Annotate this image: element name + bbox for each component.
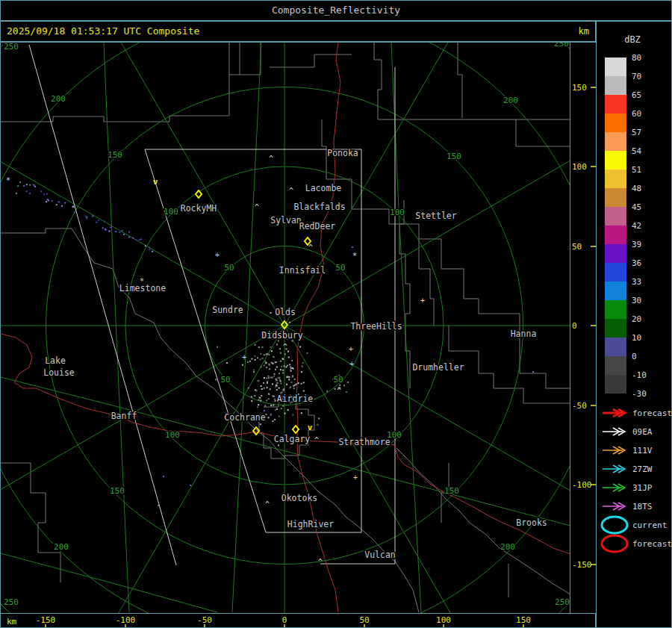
bottom-axis-label: 50	[359, 615, 369, 625]
radar-map-canvas[interactable]: 5010015020025050100150200250501001502002…	[1, 43, 570, 613]
ring-label-200: 200	[503, 96, 518, 105]
clutter-dot	[275, 409, 276, 411]
clutter-dot	[262, 346, 264, 348]
speckle-echo	[29, 193, 31, 194]
legend-panel: dBZ 807065605754514845423936333020100-10…	[596, 21, 672, 628]
clutter-dot	[287, 409, 289, 411]
ring-label-200: 200	[54, 542, 69, 552]
clutter-dot	[287, 365, 288, 367]
clutter-dot	[267, 387, 268, 388]
clutter-dot	[276, 361, 277, 363]
clutter-dot	[255, 389, 256, 391]
spoke-150deg	[1, 116, 284, 326]
colorbar-title: dBZ	[624, 34, 641, 45]
clutter-dot	[288, 376, 290, 378]
ellipse-icon	[602, 517, 627, 533]
speckle-echo	[56, 204, 57, 205]
clutter-dot	[289, 387, 290, 388]
bottom-axis-label: 0	[282, 615, 287, 625]
dbz-colorbar: 807065605754514845423936333020100-10-30	[605, 53, 647, 399]
speckle-echo	[119, 231, 120, 233]
right-axis-label: -100	[572, 480, 592, 490]
symbol-caret: ^	[283, 343, 287, 351]
diamond-marker	[196, 190, 202, 198]
colorbar-boundary-label: 39	[632, 240, 641, 249]
radar-map-area[interactable]: 5010015020025050100150200250501001502002…	[0, 42, 570, 614]
track-legend-row-forecast: forecast	[603, 408, 671, 418]
clutter-dot	[258, 346, 260, 348]
clutter-dot	[270, 405, 272, 406]
clutter-dot	[303, 391, 305, 392]
clutter-dot	[276, 367, 278, 368]
clutter-dot	[279, 416, 280, 417]
speckle-echo	[40, 190, 42, 192]
clutter-dot	[254, 395, 255, 397]
colorbar-band-42	[605, 226, 626, 244]
obs-symbols: ^^^^^^^^^^++++++***	[6, 155, 425, 566]
city-label-airdrie: Airdrie	[277, 394, 314, 404]
clutter-dot	[279, 348, 281, 349]
ring-label-50: 50	[333, 375, 343, 385]
right-axis-label: 0	[572, 321, 577, 331]
clutter-dot	[251, 400, 252, 402]
colorbar-boundary-label: 45	[632, 202, 641, 212]
clutter-dot	[270, 346, 272, 348]
clutter-dot	[270, 376, 272, 378]
colorbar-band-70	[605, 76, 626, 95]
clutter-dot	[287, 351, 289, 352]
colorbar-boundary-label: 33	[632, 277, 641, 287]
clutter-dot	[272, 420, 273, 422]
clutter-dot	[264, 388, 265, 389]
track-legend-row-111V: 111V	[603, 446, 653, 456]
city-label-innisfail: Innisfail	[279, 265, 326, 276]
clutter-dot	[251, 396, 252, 397]
clutter-dot	[262, 358, 264, 359]
clutter-dot	[261, 385, 262, 387]
clutter-dot	[292, 414, 293, 416]
right-axis: 150100500-50-100-150	[570, 42, 597, 614]
clutter-dot	[259, 397, 261, 399]
speckle-echo	[128, 231, 130, 233]
clutter-dot	[284, 413, 286, 414]
speckle-echo	[52, 200, 53, 202]
symbol-caret: ^	[255, 203, 259, 211]
clutter-dot	[269, 368, 270, 370]
speckle-echo	[16, 193, 17, 194]
speckle-echo	[26, 184, 28, 185]
clutter-dot	[343, 385, 345, 386]
ring-label-150: 150	[108, 150, 122, 160]
clutter-dot	[275, 369, 276, 370]
clutter-dot	[296, 384, 297, 385]
clutter-dot	[275, 400, 276, 402]
clutter-dot	[288, 379, 290, 380]
city-label-lacombe: Lacombe	[305, 183, 342, 193]
right-axis-scale: 150100500-50-100-150	[570, 43, 597, 614]
speckle-echo	[140, 239, 142, 240]
track-legend-label: 111V	[632, 446, 653, 456]
city-label-threehills: ThreeHills	[350, 321, 402, 332]
speckle-echo	[105, 229, 107, 231]
colorbar-band-20	[605, 319, 626, 338]
clutter-dot	[266, 414, 267, 415]
colorbar-band-45	[605, 207, 626, 226]
ellipse-legend-row-current: current	[602, 517, 667, 533]
right-axis-label: -150	[572, 560, 592, 570]
clutter-dot	[294, 379, 296, 380]
clutter-dot	[347, 382, 349, 383]
clutter-dot	[276, 385, 278, 387]
clutter-dot	[287, 376, 288, 378]
bottom-axis-label: -100	[116, 615, 136, 625]
clutter-dot	[261, 367, 262, 368]
ring-label-50: 50	[224, 263, 234, 273]
speckle-echo	[352, 246, 353, 248]
city-label-vulcan: Vulcan	[364, 550, 396, 560]
ring-label-250: 250	[4, 597, 19, 607]
symbol-plus: +	[349, 345, 353, 353]
clutter-dot	[279, 373, 280, 374]
colorbar-boundary-label: 0	[632, 352, 637, 361]
bottom-axis-label: 150	[516, 615, 531, 625]
clutter-dot	[289, 322, 290, 323]
clutter-dot	[253, 371, 255, 373]
right-axis-label: 100	[572, 162, 587, 172]
symbol-caret: ^	[308, 243, 313, 252]
